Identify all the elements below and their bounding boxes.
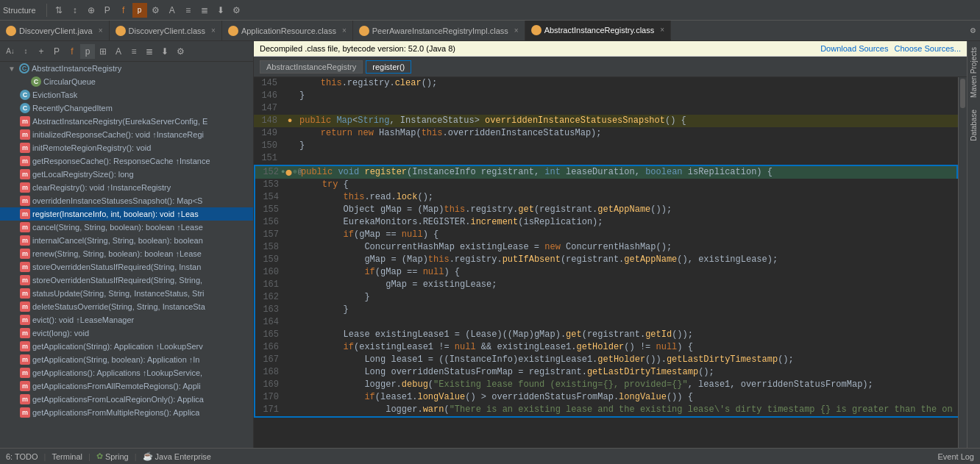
- tree-expand-arrow[interactable]: ▼: [8, 65, 17, 73]
- expand-button[interactable]: ⊕: [84, 3, 99, 18]
- tab-icon: [6, 26, 16, 36]
- maven-projects-tab[interactable]: Maven Projects: [968, 41, 979, 104]
- status-event-log[interactable]: Event Log: [937, 452, 974, 461]
- database-tab[interactable]: Database: [968, 104, 979, 147]
- code-line-158: 158 ConcurrentHashMap existingLease = ne…: [254, 241, 958, 254]
- line-code: }: [297, 90, 305, 102]
- line-gutter-icon: [285, 341, 298, 354]
- java-enterprise-icon: ☕: [143, 451, 153, 461]
- tree-item-initremoteregionregistry[interactable]: m initRemoteRegionRegistry(): void: [0, 141, 253, 154]
- status-separator3: |: [135, 452, 137, 461]
- settings-button[interactable]: ⚙: [230, 3, 244, 18]
- tree-item-getapplication-string-boolean[interactable]: m getApplication(String, boolean): Appli…: [0, 353, 253, 366]
- struct-align1[interactable]: ≡: [127, 44, 141, 59]
- collapse-button[interactable]: P: [100, 3, 115, 18]
- struct-gear[interactable]: ⚙: [173, 44, 188, 59]
- vertical-scrollbar[interactable]: [958, 77, 967, 448]
- tab-applicationresource-class[interactable]: ApplicationResource.class ×: [222, 21, 353, 40]
- sort-alpha-button[interactable]: ⇅: [52, 3, 66, 18]
- choose-sources-link[interactable]: Choose Sources...: [895, 44, 962, 53]
- line-gutter-icon: [285, 291, 298, 304]
- scrollbar-thumb[interactable]: [960, 79, 965, 108]
- tree-item-recentlychangeditem[interactable]: C RecentlyChangedItem: [0, 101, 253, 115]
- tab-close[interactable]: ×: [211, 26, 216, 35]
- line-code: return new HashMap(this.overriddenInstan…: [297, 127, 602, 140]
- tree-item-storeoverriddenstatusrequired2[interactable]: m storeOverriddenStatusIfRequired(String…: [0, 274, 253, 287]
- tree-item-getlocalregistrysize[interactable]: m getLocalRegistrySize(): long: [0, 168, 253, 181]
- tree-item-getapplication-string[interactable]: m getApplication(String): Application ↑L…: [0, 340, 253, 353]
- tree-item-getapplications-localonly[interactable]: m getApplicationsFromLocalRegionOnly(): …: [0, 393, 253, 406]
- status-todo[interactable]: 6: TODO: [6, 452, 38, 461]
- tree-item-storeoverriddenstatusrequired1[interactable]: m storeOverriddenStatusIfRequired(String…: [0, 260, 253, 274]
- tree-item-register[interactable]: m register(InstanceInfo, int, boolean): …: [0, 207, 253, 221]
- tree-item-evictiontask[interactable]: C EvictionTask: [0, 88, 253, 101]
- tree-item-deletestatusoverride[interactable]: m deleteStatusOverride(String, String, I…: [0, 300, 253, 313]
- tree-item-getresponsecache[interactable]: m getResponseCache(): ResponseCache ↑Ins…: [0, 154, 253, 168]
- tree-item-circularqueue[interactable]: C CircularQueue: [0, 75, 253, 88]
- tree-item-clearregistry[interactable]: m clearRegistry(): void ↑InstanceRegistr…: [0, 181, 253, 194]
- tree-node-label: overriddenInstanceStatusesSnapshot(): Ma…: [32, 196, 202, 205]
- tree-item-renew[interactable]: m renew(String, String, boolean): boolea…: [0, 247, 253, 260]
- properties-button[interactable]: p: [132, 3, 147, 18]
- align-left-button[interactable]: ≡: [181, 3, 196, 18]
- tab-discoveryclient-java[interactable]: DiscoveryClient.java ×: [0, 21, 110, 40]
- tree-item-cancel[interactable]: m cancel(String, String, boolean): boole…: [0, 221, 253, 234]
- code-editor[interactable]: 145 this.registry.clear(); 146 } 147: [254, 77, 958, 448]
- method-icon: m: [20, 156, 30, 166]
- tree-node-label: getApplications(): Applications ↑LookupS…: [32, 368, 202, 377]
- tabs-settings-button[interactable]: ⚙: [966, 21, 980, 40]
- tree-item-internalcancel[interactable]: m internalCancel(String, String, boolean…: [0, 234, 253, 247]
- tab-close[interactable]: ×: [342, 26, 347, 35]
- align-right-button[interactable]: ≣: [197, 3, 212, 18]
- struct-align2[interactable]: ≣: [142, 44, 157, 59]
- inherited-button[interactable]: A: [165, 3, 180, 18]
- tree-root-item[interactable]: ▼ C AbstractInstanceRegistry: [0, 62, 253, 75]
- tree-item-overriddenstatuses[interactable]: m overriddenInstanceStatusesSnapshot(): …: [0, 194, 253, 207]
- line-number: 145: [254, 77, 283, 90]
- tree-item-statusupdate[interactable]: m statusUpdate(String, String, InstanceS…: [0, 287, 253, 300]
- sort-button[interactable]: ↕: [68, 3, 82, 18]
- java-enterprise-label: Java Enterprise: [155, 452, 211, 461]
- status-terminal[interactable]: Terminal: [52, 452, 82, 461]
- struct-f[interactable]: f: [65, 44, 79, 59]
- fields-button[interactable]: f: [116, 3, 131, 18]
- line-number: 168: [255, 366, 285, 379]
- line-number: 162: [255, 291, 285, 304]
- code-line-152: 152 ● ⬤ ⊕ @ public void register(Instanc…: [254, 165, 958, 179]
- tab-abstractinstanceregistry-class[interactable]: AbstractInstanceRegistry.class ×: [525, 21, 671, 40]
- tab-discoveryclient-class[interactable]: DiscoveryClient.class ×: [110, 21, 222, 40]
- struct-m[interactable]: ⊞: [96, 44, 110, 59]
- tab-close[interactable]: ×: [514, 26, 519, 35]
- side-panel-tabs: Maven Projects Database: [967, 41, 980, 448]
- download-button[interactable]: ⬇: [213, 3, 228, 18]
- struct-a[interactable]: A: [111, 44, 126, 59]
- tree-item-getapplications-multiple[interactable]: m getApplicationsFromMultipleRegions(): …: [0, 406, 253, 419]
- code-line-161: 161 gMap = existingLease;: [254, 279, 958, 291]
- line-code: Object gMap = (Map)this.registry.get(reg…: [298, 204, 672, 216]
- breadcrumb-register[interactable]: register(): [366, 60, 411, 74]
- struct-down[interactable]: ⬇: [157, 44, 172, 59]
- status-java-enterprise[interactable]: ☕ Java Enterprise: [143, 451, 211, 461]
- tree-item-constructor[interactable]: m AbstractInstanceRegistry(EurekaServerC…: [0, 115, 253, 128]
- download-sources-link[interactable]: Download Sources: [820, 44, 888, 53]
- line-code: if(gMap == null) {: [298, 229, 438, 241]
- struct-highlight[interactable]: p: [80, 44, 95, 59]
- tree-item-evict[interactable]: m evict(): void ↑LeaseManager: [0, 313, 253, 326]
- tree-item-getapplications-allremote[interactable]: m getApplicationsFromAllRemoteRegions():…: [0, 379, 253, 393]
- tab-close[interactable]: ×: [660, 26, 664, 34]
- tab-close[interactable]: ×: [99, 26, 103, 35]
- status-spring[interactable]: ✿ Spring: [96, 451, 129, 461]
- tab-peeraware-class[interactable]: PeerAwareInstanceRegistryImpl.class ×: [353, 21, 525, 40]
- sort-a-button[interactable]: A↓: [3, 44, 18, 59]
- tree-item-evict-long[interactable]: m evict(long): void: [0, 326, 253, 340]
- tree-node-label: storeOverriddenStatusIfRequired(String, …: [32, 263, 201, 271]
- sort-z-button[interactable]: ↕: [18, 44, 33, 59]
- line-number: 149: [254, 127, 283, 140]
- tree-item-getapplications[interactable]: m getApplications(): Applications ↑Looku…: [0, 366, 253, 379]
- struct-expand[interactable]: +: [34, 44, 49, 59]
- methods-button[interactable]: ⚙: [149, 3, 163, 18]
- tree-item-initializedresponsecache[interactable]: m initializedResponseCache(): void ↑Inst…: [0, 128, 253, 141]
- line-gutter-icon: [283, 140, 297, 152]
- breadcrumb-abstractinstanceregistry[interactable]: AbstractInstanceRegistry: [260, 60, 363, 74]
- struct-p[interactable]: P: [49, 44, 64, 59]
